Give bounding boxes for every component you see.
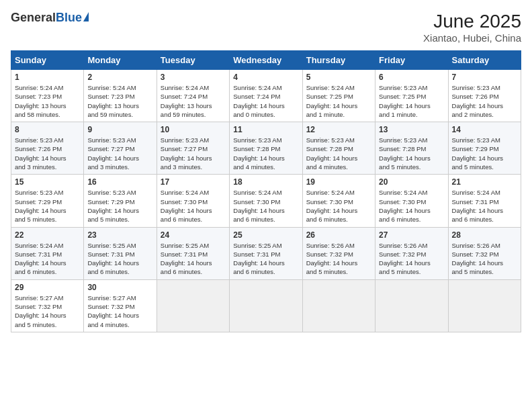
cell-line: Sunrise: 5:24 AM: [161, 188, 226, 197]
cell-line: Sunrise: 5:27 AM: [15, 293, 80, 302]
calendar-week-row: 8Sunrise: 5:23 AMSunset: 7:26 PMDaylight…: [11, 122, 521, 175]
cell-line: and 3 minutes.: [87, 163, 152, 171]
calendar-cell: 16Sunrise: 5:23 AMSunset: 7:29 PMDayligh…: [84, 175, 157, 227]
cell-line: Sunset: 7:23 PM: [15, 92, 80, 101]
calendar-cell: 29Sunrise: 5:27 AMSunset: 7:32 PMDayligh…: [11, 279, 84, 332]
cell-line: and 4 minutes.: [233, 163, 298, 171]
cell-line: Sunset: 7:26 PM: [452, 92, 517, 101]
day-number: 20: [379, 177, 444, 187]
day-number: 8: [15, 125, 80, 134]
calendar-cell: 9Sunrise: 5:23 AMSunset: 7:27 PMDaylight…: [84, 122, 157, 175]
cell-line: Sunrise: 5:24 AM: [161, 83, 226, 92]
day-number: 13: [379, 125, 444, 134]
cell-line: Sunset: 7:23 PM: [87, 92, 152, 101]
cell-line: Sunrise: 5:23 AM: [87, 188, 152, 197]
calendar-subtitle: Xiantao, Hubei, China: [423, 32, 521, 44]
cell-line: and 5 minutes.: [379, 163, 444, 171]
cell-line: Daylight: 14 hours: [379, 206, 444, 215]
cell-line: Daylight: 14 hours: [15, 259, 80, 267]
cell-line: Sunrise: 5:23 AM: [161, 136, 226, 144]
calendar-cell: 3Sunrise: 5:24 AMSunset: 7:24 PMDaylight…: [157, 70, 229, 122]
cell-line: Sunrise: 5:23 AM: [452, 136, 517, 144]
cell-line: Sunset: 7:28 PM: [306, 144, 371, 153]
calendar-title: June 2025: [423, 11, 521, 32]
cell-info: Sunrise: 5:23 AMSunset: 7:26 PMDaylight:…: [452, 83, 517, 119]
calendar-cell: 10Sunrise: 5:23 AMSunset: 7:27 PMDayligh…: [157, 122, 229, 175]
day-number: 22: [15, 230, 80, 240]
cell-line: Sunrise: 5:24 AM: [379, 188, 444, 197]
cell-line: Daylight: 14 hours: [452, 154, 517, 163]
cell-line: Sunset: 7:32 PM: [15, 302, 80, 311]
cell-line: and 6 minutes.: [161, 267, 226, 276]
day-number: 6: [379, 73, 444, 82]
cell-info: Sunrise: 5:24 AMSunset: 7:23 PMDaylight:…: [87, 83, 152, 119]
calendar-cell: 28Sunrise: 5:26 AMSunset: 7:32 PMDayligh…: [448, 227, 521, 279]
cell-info: Sunrise: 5:24 AMSunset: 7:30 PMDaylight:…: [306, 188, 371, 224]
calendar-cell: 18Sunrise: 5:24 AMSunset: 7:30 PMDayligh…: [230, 175, 302, 227]
cell-line: Sunrise: 5:24 AM: [306, 188, 371, 197]
cell-line: Sunset: 7:27 PM: [87, 144, 152, 153]
cell-line: Sunset: 7:25 PM: [306, 92, 371, 101]
cell-line: Sunset: 7:31 PM: [15, 250, 80, 259]
cell-line: Sunset: 7:32 PM: [87, 302, 152, 311]
cell-info: Sunrise: 5:25 AMSunset: 7:31 PMDaylight:…: [161, 241, 226, 277]
cell-line: and 4 minutes.: [306, 163, 371, 171]
cell-line: Daylight: 14 hours: [306, 101, 371, 110]
cell-line: Sunset: 7:28 PM: [233, 144, 298, 153]
cell-line: Daylight: 14 hours: [87, 311, 152, 320]
cell-line: Daylight: 13 hours: [15, 101, 80, 110]
cell-info: Sunrise: 5:24 AMSunset: 7:23 PMDaylight:…: [15, 83, 80, 119]
cell-line: Sunset: 7:30 PM: [233, 197, 298, 206]
calendar-header-row: SundayMondayTuesdayWednesdayThursdayFrid…: [11, 51, 521, 70]
calendar-cell: 26Sunrise: 5:26 AMSunset: 7:32 PMDayligh…: [302, 227, 375, 279]
day-number: 4: [233, 73, 298, 82]
cell-line: and 6 minutes.: [161, 215, 226, 224]
day-number: 23: [87, 230, 152, 240]
cell-line: Daylight: 14 hours: [87, 154, 152, 163]
cell-info: Sunrise: 5:27 AMSunset: 7:32 PMDaylight:…: [87, 293, 152, 329]
cell-line: Sunset: 7:30 PM: [161, 197, 226, 206]
cell-info: Sunrise: 5:24 AMSunset: 7:31 PMDaylight:…: [452, 188, 517, 224]
calendar-cell: 8Sunrise: 5:23 AMSunset: 7:26 PMDaylight…: [11, 122, 84, 175]
calendar-col-tuesday: Tuesday: [157, 51, 229, 70]
cell-line: Daylight: 13 hours: [161, 101, 226, 110]
cell-line: Sunset: 7:31 PM: [233, 250, 298, 259]
cell-line: Sunset: 7:24 PM: [161, 92, 226, 101]
cell-line: and 59 minutes.: [87, 110, 152, 119]
day-number: 14: [452, 125, 517, 134]
logo-triangle-icon: [83, 12, 89, 21]
cell-line: and 3 minutes.: [15, 163, 80, 171]
cell-line: Sunset: 7:24 PM: [233, 92, 298, 101]
cell-line: Daylight: 14 hours: [233, 206, 298, 215]
calendar-cell: 5Sunrise: 5:24 AMSunset: 7:25 PMDaylight…: [302, 70, 375, 122]
day-number: 26: [306, 230, 371, 240]
calendar-cell: 25Sunrise: 5:25 AMSunset: 7:31 PMDayligh…: [230, 227, 302, 279]
calendar-cell: 14Sunrise: 5:23 AMSunset: 7:29 PMDayligh…: [448, 122, 521, 175]
cell-line: Sunrise: 5:25 AM: [233, 241, 298, 250]
cell-line: and 59 minutes.: [161, 110, 226, 119]
logo: General Blue: [11, 11, 89, 25]
cell-line: and 5 minutes.: [452, 163, 517, 171]
calendar-col-saturday: Saturday: [448, 51, 521, 70]
cell-line: and 5 minutes.: [452, 267, 517, 276]
calendar-cell: [448, 279, 521, 332]
cell-line: Sunrise: 5:24 AM: [233, 83, 298, 92]
cell-line: and 3 minutes.: [161, 163, 226, 171]
day-number: 2: [87, 73, 152, 82]
calendar-cell: 20Sunrise: 5:24 AMSunset: 7:30 PMDayligh…: [375, 175, 448, 227]
cell-line: and 5 minutes.: [87, 215, 152, 224]
cell-line: Sunrise: 5:25 AM: [161, 241, 226, 250]
cell-line: Sunset: 7:30 PM: [306, 197, 371, 206]
day-number: 11: [233, 125, 298, 134]
calendar-cell: 23Sunrise: 5:25 AMSunset: 7:31 PMDayligh…: [84, 227, 157, 279]
calendar-cell: 11Sunrise: 5:23 AMSunset: 7:28 PMDayligh…: [230, 122, 302, 175]
cell-info: Sunrise: 5:24 AMSunset: 7:24 PMDaylight:…: [161, 83, 226, 119]
cell-info: Sunrise: 5:27 AMSunset: 7:32 PMDaylight:…: [15, 293, 80, 329]
cell-info: Sunrise: 5:26 AMSunset: 7:32 PMDaylight:…: [379, 241, 444, 277]
calendar-body: 1Sunrise: 5:24 AMSunset: 7:23 PMDaylight…: [11, 70, 521, 332]
calendar-cell: [302, 279, 375, 332]
cell-line: and 6 minutes.: [452, 215, 517, 224]
cell-line: Sunset: 7:32 PM: [379, 250, 444, 259]
day-number: 7: [452, 73, 517, 82]
cell-line: Sunrise: 5:23 AM: [379, 83, 444, 92]
